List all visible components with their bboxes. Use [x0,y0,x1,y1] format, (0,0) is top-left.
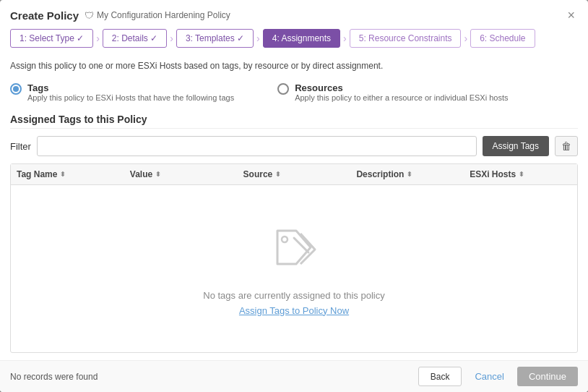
step-1-label: 1: Select Type ✓ [20,33,84,43]
title-area: Create Policy 🛡 My Configuration Hardeni… [10,9,230,22]
continue-button[interactable]: Continue [517,367,578,386]
table-header: Tag Name ⬍ Value ⬍ Source ⬍ Description … [11,164,577,185]
step-2-label: 2: Details ✓ [112,33,157,43]
col-value[interactable]: Value ⬍ [124,164,238,184]
resources-radio-label: Resources [295,82,508,93]
steps-bar: 1: Select Type ✓ › 2: Details ✓ › 3: Tem… [0,23,588,54]
assignment-type-radio-group: Tags Apply this policy to ESXi Hosts tha… [10,78,578,106]
resources-radio-button[interactable] [277,83,289,95]
trash-icon: 🗑 [561,140,571,152]
filter-input[interactable] [37,136,477,156]
resources-radio-option[interactable]: Resources Apply this policy to either a … [277,82,508,102]
modal-title: Create Policy [10,9,79,22]
close-button[interactable]: × [564,7,578,23]
step-3-label: 3: Templates ✓ [186,33,244,43]
modal-footer: No records were found Back Cancel Contin… [0,360,588,392]
filter-row: Filter Assign Tags 🗑 [10,136,578,156]
section-title: Assigned Tags to this Policy [10,114,578,129]
policy-name: 🛡 My Configuration Hardening Policy [85,10,230,21]
tags-table: Tag Name ⬍ Value ⬍ Source ⬍ Description … [10,163,578,353]
col-tag-name[interactable]: Tag Name ⬍ [11,164,124,184]
col-description[interactable]: Description ⬍ [350,164,464,184]
sort-icon-value: ⬍ [155,171,161,178]
tags-radio-sublabel: Apply this policy to ESXi Hosts that hav… [27,93,234,102]
svg-point-0 [282,237,287,242]
tags-radio-option[interactable]: Tags Apply this policy to ESXi Hosts tha… [10,82,234,102]
empty-tag-icon [269,222,319,283]
arrow-2: › [170,33,173,44]
sort-icon-esxi-hosts: ⬍ [519,171,524,178]
step-resource-constraints[interactable]: 5: Resource Constraints [350,29,462,48]
arrow-3: › [256,33,260,44]
filter-label: Filter [10,141,31,152]
empty-text: No tags are currently assigned to this p… [203,290,384,301]
step-6-label: 6: Schedule [480,33,525,43]
step-4-label: 4: Assignments [272,33,331,43]
arrow-4: › [343,33,347,44]
resources-radio-sublabel: Apply this policy to either a resource o… [295,93,508,102]
cancel-button[interactable]: Cancel [467,367,511,386]
step-schedule[interactable]: 6: Schedule [470,29,535,48]
arrow-5: › [464,33,467,44]
step-templates[interactable]: 3: Templates ✓ [176,29,254,48]
tags-radio-button[interactable] [10,83,22,95]
assign-tags-button[interactable]: Assign Tags [483,136,549,156]
modal-header: Create Policy 🛡 My Configuration Hardeni… [0,0,588,23]
delete-button[interactable]: 🗑 [555,136,578,156]
tags-radio-label: Tags [27,82,234,93]
sort-icon-tag-name: ⬍ [60,171,66,178]
table-body-empty: No tags are currently assigned to this p… [11,185,577,352]
back-button[interactable]: Back [418,367,462,386]
col-esxi-hosts[interactable]: ESXi Hosts ⬍ [464,164,577,184]
arrow-1: › [96,33,100,44]
create-policy-modal: Create Policy 🛡 My Configuration Hardeni… [0,0,588,392]
sort-icon-description: ⬍ [407,171,412,178]
no-records-text: No records were found [10,369,98,385]
col-source[interactable]: Source ⬍ [238,164,351,184]
step-details[interactable]: 2: Details ✓ [103,29,167,48]
modal-body: Assign this policy to one or more ESXi H… [0,54,588,360]
shield-icon: 🛡 [85,10,94,21]
footer-left: No records were found [10,371,98,382]
step-select-type[interactable]: 1: Select Type ✓ [10,29,93,48]
assign-tags-link[interactable]: Assign Tags to Policy Now [239,305,349,316]
description-text: Assign this policy to one or more ESXi H… [10,61,578,71]
sort-icon-source: ⬍ [275,171,281,178]
step-assignments[interactable]: 4: Assignments [263,29,340,48]
footer-right: Back Cancel Continue [418,367,578,386]
step-5-label: 5: Resource Constraints [359,33,452,43]
